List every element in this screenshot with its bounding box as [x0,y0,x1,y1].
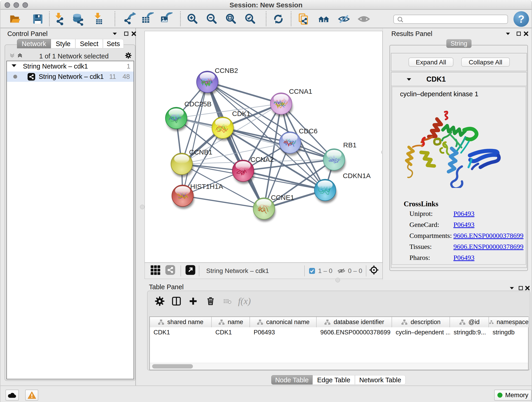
svg-text:CCNB1: CCNB1 [189,148,212,156]
svg-text:HIST1H1A: HIST1H1A [190,183,223,190]
svg-text:RB1: RB1 [343,141,356,149]
svg-text:CCNA1: CCNA1 [289,88,312,95]
svg-text:CDKN1A: CDKN1A [343,172,371,179]
svg-text:CDK1: CDK1 [232,110,250,117]
svg-text:CCNB2: CCNB2 [215,67,238,74]
svg-text:CDC6: CDC6 [299,127,317,135]
svg-text:CCNE1: CCNE1 [271,194,294,201]
svg-text:CDC25B: CDC25B [184,100,211,108]
svg-text:CCNA2: CCNA2 [250,156,274,163]
